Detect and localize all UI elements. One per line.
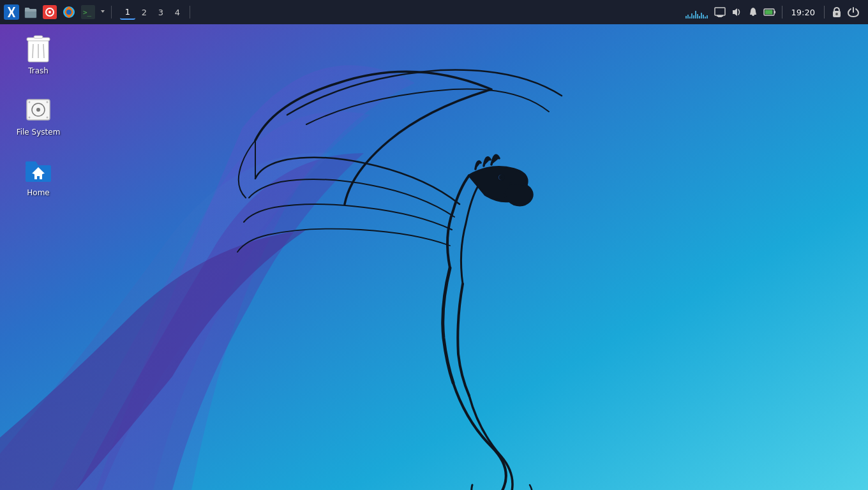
battery-button[interactable] [763, 5, 777, 19]
home-icon-image [23, 155, 54, 186]
filesystem-svg [24, 96, 52, 124]
filesystem-icon[interactable]: File System [13, 92, 64, 140]
desktop [0, 0, 868, 490]
taskbar-right: 19:20 [685, 5, 865, 19]
dropdown-arrow-icon [100, 8, 106, 17]
svg-line-26 [43, 44, 44, 58]
svg-text:>_: >_ [83, 8, 92, 17]
systray-separator [782, 6, 782, 19]
svg-point-33 [47, 116, 49, 118]
trash-icon-image [23, 33, 54, 64]
svg-line-24 [33, 44, 33, 58]
screenshot-button[interactable] [713, 5, 727, 19]
desktop-icons-container: Trash File System [13, 31, 64, 201]
svg-point-20 [835, 13, 838, 15]
trash-svg [24, 33, 52, 64]
svg-point-32 [29, 116, 31, 118]
svg-point-31 [47, 101, 49, 103]
net-bar-10 [703, 15, 704, 19]
net-bar-7 [697, 14, 698, 19]
svg-point-29 [36, 108, 40, 112]
svg-point-2 [500, 176, 504, 179]
file-manager-icon [24, 5, 38, 19]
workspace-2-button[interactable]: 2 [137, 4, 152, 20]
lock-icon [832, 6, 842, 18]
volume-icon [731, 6, 742, 18]
taskbar-separator-1 [111, 6, 112, 19]
trash-label: Trash [28, 66, 49, 77]
net-bar-2 [687, 15, 689, 19]
kali-logo-icon [4, 4, 19, 20]
kali-menu-button[interactable] [3, 3, 20, 21]
clock-display: 19:20 [788, 8, 819, 17]
svg-rect-13 [715, 8, 725, 15]
svg-rect-18 [765, 10, 772, 15]
net-bar-4 [691, 13, 692, 19]
svg-rect-14 [717, 15, 723, 17]
power-icon [848, 6, 859, 18]
svg-rect-15 [718, 17, 722, 17]
svg-point-9 [66, 10, 71, 15]
clock-separator [824, 6, 825, 19]
volume-button[interactable] [730, 5, 744, 19]
workspace-3-button[interactable]: 3 [153, 4, 168, 20]
lock-button[interactable] [830, 5, 844, 19]
terminal-icon: >_ [81, 5, 95, 19]
burpsuite-icon [43, 5, 57, 19]
svg-rect-17 [774, 11, 775, 13]
svg-point-30 [29, 101, 31, 103]
filesystem-label: File System [17, 128, 61, 138]
home-icon[interactable]: Home [13, 152, 64, 201]
net-bar-3 [689, 17, 691, 19]
trash-icon[interactable]: Trash [13, 31, 64, 79]
firefox-button[interactable] [60, 3, 78, 21]
battery-icon [763, 6, 776, 18]
notification-icon [747, 6, 759, 18]
screenshot-icon [714, 6, 726, 18]
power-button[interactable] [846, 5, 860, 19]
network-activity-graph [685, 6, 708, 19]
file-manager-button[interactable] [22, 3, 40, 21]
terminal-dropdown-button[interactable] [98, 3, 107, 21]
net-bar-5 [693, 15, 694, 19]
svg-marker-12 [101, 10, 105, 13]
taskbar-separator-2 [190, 6, 190, 19]
net-bar-8 [699, 16, 700, 19]
taskbar-left: >_ 1 2 3 4 [3, 3, 685, 21]
net-bar-11 [705, 17, 706, 19]
workspace-switcher: 1 2 3 4 [119, 4, 186, 20]
net-bar-1 [685, 16, 687, 19]
taskbar: >_ 1 2 3 4 [0, 0, 868, 24]
svg-rect-23 [34, 36, 43, 38]
net-bar-9 [701, 13, 702, 19]
workspace-1-button[interactable]: 1 [120, 4, 135, 20]
terminal-button[interactable]: >_ [79, 3, 97, 21]
burpsuite-button[interactable] [41, 3, 59, 21]
net-bar-12 [707, 15, 708, 19]
home-label: Home [27, 188, 49, 198]
notification-button[interactable] [746, 5, 760, 19]
firefox-icon [62, 5, 76, 19]
dragon-wallpaper [0, 0, 868, 490]
net-bar-6 [695, 11, 696, 19]
home-svg [24, 156, 52, 184]
svg-point-7 [49, 11, 51, 13]
filesystem-icon-image [23, 94, 54, 125]
workspace-4-button[interactable]: 4 [170, 4, 185, 20]
